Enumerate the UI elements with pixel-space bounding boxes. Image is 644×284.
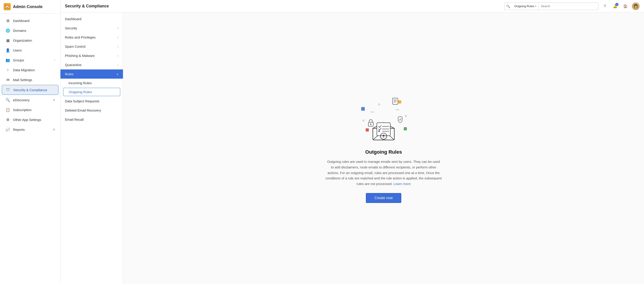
submenu-item-rules[interactable]: Rules ∧ [60,70,123,78]
svg-rect-3 [404,127,407,130]
submenu-item-data-subject-requests[interactable]: Data Subject Requests [60,96,123,106]
search-icon: 🔍 [504,4,512,8]
chevron-icon-security: › [118,27,118,30]
user-avatar[interactable]: 👩 [632,2,640,10]
submenu-sub-item-incoming-rules[interactable]: Incoming Rules [60,78,123,87]
subscription-icon: 📋 [5,107,10,112]
sidebar-nav: ⊞ Dashboard 🌐 Domains ▦ Organization 👤 U… [0,14,60,284]
search-container: 🔍 Outgoing Rules ▾ [504,2,598,10]
sidebar-label-other-app-settings: Other App Settings [13,118,41,122]
ediscovery-icon: 🔍 [5,98,10,102]
sidebar-item-organization[interactable]: ▦ Organization [2,36,58,45]
create-now-button[interactable]: Create now [366,193,401,203]
submenu-item-security[interactable]: Security › [60,24,123,33]
mail-settings-icon: ✉ [5,77,10,82]
submenu-label-email-recall: Email Recall [65,118,84,122]
submenu-item-spam-control[interactable]: Spam Control › [60,42,123,51]
panel-content: Outgoing Rules Outgoing rules are used t… [325,94,442,203]
svg-rect-2 [366,128,369,132]
submenu-label-roles-privileges: Roles and Privileges [65,36,96,39]
learn-more-link[interactable]: Learn more [394,182,411,186]
external-link-icon: ⧉ [53,98,55,102]
submenu-sub-label-outgoing-rules: Outgoing Rules [69,90,92,94]
submenu-item-email-recall[interactable]: Email Recall [60,115,123,124]
sidebar-label-groups: Groups [13,58,24,62]
chevron-right-icon: › [54,58,55,62]
svg-point-5 [405,115,407,117]
sidebar-label-users: Users [13,48,22,52]
sidebar-label-security-compliance: Security & Compliance [13,88,47,92]
app-title: Admin Console [13,4,42,9]
content-area: Dashboard Security › Roles and Privilege… [60,12,644,284]
sidebar-item-reports[interactable]: 📈 Reports ⧉ [2,125,58,134]
submenu-label-quarantine: Quarantine [65,63,82,67]
sidebar-label-organization: Organization [13,38,32,42]
sidebar-item-mail-settings[interactable]: ✉ Mail Settings [2,75,58,84]
sidebar-item-security-compliance[interactable]: 🛡 Security & Compliance [2,85,58,95]
main-panel: Outgoing Rules Outgoing rules are used t… [123,12,644,284]
other-app-settings-icon: ⚙ [5,117,10,122]
submenu-label-data-subject-requests: Data Subject Requests [65,99,99,103]
sidebar-item-users[interactable]: 👤 Users [2,46,58,55]
sidebar-item-domains[interactable]: 🌐 Domains [2,26,58,35]
submenu-label-dashboard: Dashboard [65,17,81,21]
sidebar: 🏠 Admin Console ⊞ Dashboard 🌐 Domains ▦ … [0,0,60,284]
submenu: Dashboard Security › Roles and Privilege… [60,12,123,284]
search-filter[interactable]: Outgoing Rules ▾ [512,3,539,10]
home-icon: 🏠 [623,4,628,8]
panel-title: Outgoing Rules [365,149,402,155]
chevron-down-icon: ▾ [535,5,536,8]
submenu-label-deleted-email-recovery: Deleted Email Recovery [65,108,101,112]
search-filter-label: Outgoing Rules [514,4,534,8]
sidebar-label-dashboard: Dashboard [13,19,29,22]
data-migration-icon: ↕ [5,68,10,72]
topbar: Security & Compliance 🔍 Outgoing Rules ▾… [60,0,644,12]
domains-icon: 🌐 [5,28,10,33]
sidebar-label-ediscovery: eDiscovery [13,98,30,102]
svg-rect-1 [398,100,401,104]
chevron-icon-roles-privileges: › [118,36,118,39]
svg-point-4 [378,104,380,105]
sidebar-item-other-app-settings[interactable]: ⚙ Other App Settings [2,115,58,124]
chevron-icon-spam-control: › [118,45,118,48]
notifications-button[interactable]: 🔔 4 [611,2,619,10]
svg-rect-0 [361,107,365,111]
app-logo: 🏠 [4,3,11,10]
sidebar-item-ediscovery[interactable]: 🔍 eDiscovery ⧉ [2,95,58,104]
svg-rect-12 [392,98,398,104]
sidebar-label-reports: Reports [13,128,25,132]
chevron-icon-rules: ∧ [116,72,118,76]
main-area: Security & Compliance 🔍 Outgoing Rules ▾… [60,0,644,284]
submenu-item-deleted-email-recovery[interactable]: Deleted Email Recovery [60,106,123,115]
sidebar-item-groups[interactable]: 👥 Groups › [2,55,58,65]
users-icon: 👤 [5,48,10,53]
submenu-label-security: Security [65,26,77,30]
help-icon: ? [604,4,606,8]
sidebar-item-dashboard[interactable]: ⊞ Dashboard [2,16,58,25]
sidebar-label-mail-settings: Mail Settings [13,78,32,82]
sidebar-label-subscription: Subscription [13,108,32,112]
svg-point-6 [363,120,364,121]
submenu-item-roles-privileges[interactable]: Roles and Privileges › [60,33,123,42]
reports-icon: 📈 [5,127,10,132]
sidebar-header: 🏠 Admin Console [0,0,60,14]
submenu-item-quarantine[interactable]: Quarantine › [60,60,123,70]
help-button[interactable]: ? [601,2,608,10]
chevron-icon-phishing-malware: › [118,54,118,57]
notification-badge: 4 [615,3,618,6]
home-button[interactable]: 🏠 [622,2,629,10]
dashboard-icon: ⊞ [5,18,10,23]
sidebar-item-subscription[interactable]: 📋 Subscription [2,105,58,114]
submenu-item-dashboard[interactable]: Dashboard [60,14,123,24]
search-input[interactable] [539,4,598,8]
panel-description: Outgoing rules are used to manage emails… [325,159,442,187]
submenu-label-phishing-malware: Phishing & Malware [65,54,95,58]
security-compliance-icon: 🛡 [6,87,10,92]
chevron-icon-quarantine: › [118,64,118,66]
submenu-sub-item-outgoing-rules[interactable]: Outgoing Rules [63,88,120,96]
submenu-label-rules: Rules [65,72,74,76]
svg-point-10 [370,124,372,125]
sidebar-item-data-migration[interactable]: ↕ Data Migration [2,65,58,74]
outgoing-rules-illustration [354,94,413,143]
submenu-item-phishing-malware[interactable]: Phishing & Malware › [60,51,123,60]
